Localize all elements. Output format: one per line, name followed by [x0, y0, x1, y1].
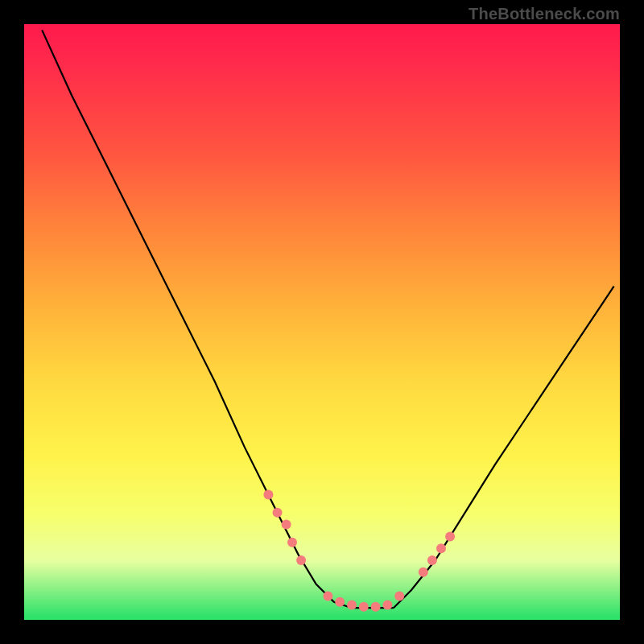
data-marker	[371, 602, 381, 612]
watermark-text: TheBottleneck.com	[469, 5, 620, 23]
data-markers	[263, 490, 455, 612]
left-curve	[42, 30, 394, 608]
data-marker	[427, 555, 437, 565]
data-marker	[382, 601, 392, 610]
data-marker	[263, 490, 273, 500]
data-marker	[273, 508, 283, 518]
data-marker	[436, 543, 446, 553]
data-marker	[394, 591, 404, 601]
data-marker	[419, 568, 428, 577]
data-marker	[347, 601, 357, 610]
data-marker	[335, 597, 345, 607]
data-marker	[323, 591, 332, 601]
data-marker	[296, 555, 306, 565]
data-marker	[359, 602, 369, 612]
data-marker	[282, 520, 291, 530]
right-curve	[394, 287, 614, 609]
data-marker	[287, 538, 297, 547]
chart-svg	[24, 24, 620, 620]
data-marker	[445, 531, 455, 541]
chart-stage: TheBottleneck.com	[0, 0, 644, 644]
